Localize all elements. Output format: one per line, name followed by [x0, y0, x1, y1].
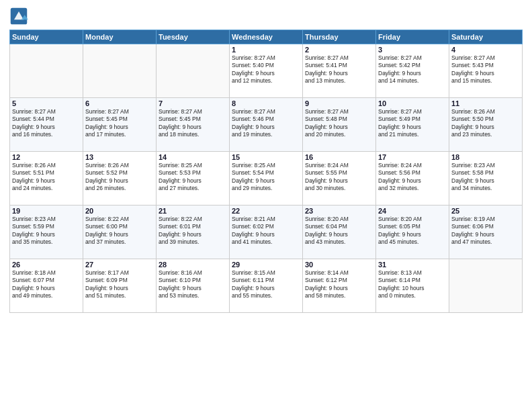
calendar-cell: 28Sunrise: 8:16 AM Sunset: 6:10 PM Dayli…	[157, 259, 230, 313]
day-number: 20	[85, 207, 154, 215]
day-number: 23	[305, 207, 373, 215]
day-info: Sunrise: 8:22 AM Sunset: 6:01 PM Dayligh…	[159, 216, 227, 246]
day-info: Sunrise: 8:27 AM Sunset: 5:48 PM Dayligh…	[305, 108, 373, 139]
col-header-tuesday: Tuesday	[157, 30, 230, 44]
day-number: 31	[378, 261, 447, 269]
day-number: 5	[12, 99, 81, 107]
calendar-cell: 27Sunrise: 8:17 AM Sunset: 6:09 PM Dayli…	[83, 259, 157, 313]
calendar-week-4: 26Sunrise: 8:18 AM Sunset: 6:07 PM Dayli…	[10, 259, 523, 313]
calendar-cell: 8Sunrise: 8:27 AM Sunset: 5:46 PM Daylig…	[230, 98, 303, 152]
header	[9, 7, 523, 26]
calendar-cell: 10Sunrise: 8:27 AM Sunset: 5:49 PM Dayli…	[376, 98, 449, 152]
day-number: 18	[451, 153, 520, 161]
calendar-cell: 13Sunrise: 8:26 AM Sunset: 5:52 PM Dayli…	[83, 152, 157, 205]
day-number: 26	[12, 261, 81, 269]
calendar-cell	[83, 44, 157, 98]
day-number: 25	[451, 207, 520, 215]
day-info: Sunrise: 8:13 AM Sunset: 6:14 PM Dayligh…	[378, 269, 447, 300]
calendar-cell: 15Sunrise: 8:25 AM Sunset: 5:54 PM Dayli…	[230, 152, 303, 205]
calendar-cell: 22Sunrise: 8:21 AM Sunset: 6:02 PM Dayli…	[230, 205, 303, 259]
col-header-friday: Friday	[376, 30, 449, 44]
day-number: 19	[12, 207, 81, 215]
day-info: Sunrise: 8:15 AM Sunset: 6:11 PM Dayligh…	[232, 269, 300, 300]
day-number: 21	[159, 207, 227, 215]
day-number: 6	[85, 99, 154, 107]
day-number: 28	[159, 261, 227, 269]
calendar-cell: 2Sunrise: 8:27 AM Sunset: 5:41 PM Daylig…	[303, 44, 376, 98]
day-info: Sunrise: 8:23 AM Sunset: 5:59 PM Dayligh…	[12, 216, 81, 246]
calendar-cell	[449, 259, 523, 313]
day-number: 15	[232, 153, 300, 161]
calendar-cell: 25Sunrise: 8:19 AM Sunset: 6:06 PM Dayli…	[449, 205, 523, 259]
day-info: Sunrise: 8:21 AM Sunset: 6:02 PM Dayligh…	[232, 216, 300, 246]
calendar-cell: 23Sunrise: 8:20 AM Sunset: 6:04 PM Dayli…	[303, 205, 376, 259]
day-number: 12	[12, 153, 81, 161]
day-info: Sunrise: 8:27 AM Sunset: 5:40 PM Dayligh…	[232, 54, 300, 85]
day-number: 3	[378, 46, 447, 54]
calendar-cell: 19Sunrise: 8:23 AM Sunset: 5:59 PM Dayli…	[10, 205, 83, 259]
day-info: Sunrise: 8:23 AM Sunset: 5:58 PM Dayligh…	[451, 162, 520, 193]
day-number: 4	[451, 46, 520, 54]
day-info: Sunrise: 8:27 AM Sunset: 5:46 PM Dayligh…	[232, 108, 300, 139]
day-info: Sunrise: 8:27 AM Sunset: 5:42 PM Dayligh…	[378, 54, 447, 85]
day-info: Sunrise: 8:27 AM Sunset: 5:41 PM Dayligh…	[305, 54, 373, 85]
day-number: 22	[232, 207, 300, 215]
calendar-cell: 1Sunrise: 8:27 AM Sunset: 5:40 PM Daylig…	[230, 44, 303, 98]
page: SundayMondayTuesdayWednesdayThursdayFrid…	[0, 0, 532, 411]
calendar-week-2: 12Sunrise: 8:26 AM Sunset: 5:51 PM Dayli…	[10, 152, 523, 205]
day-info: Sunrise: 8:18 AM Sunset: 6:07 PM Dayligh…	[12, 269, 81, 300]
calendar-cell: 30Sunrise: 8:14 AM Sunset: 6:12 PM Dayli…	[303, 259, 376, 313]
day-number: 2	[305, 46, 373, 54]
day-number: 10	[378, 99, 447, 107]
day-number: 7	[159, 99, 227, 107]
calendar-week-0: 1Sunrise: 8:27 AM Sunset: 5:40 PM Daylig…	[10, 44, 523, 98]
calendar-cell: 5Sunrise: 8:27 AM Sunset: 5:44 PM Daylig…	[10, 98, 83, 152]
day-info: Sunrise: 8:27 AM Sunset: 5:44 PM Dayligh…	[12, 108, 81, 139]
col-header-thursday: Thursday	[303, 30, 376, 44]
day-info: Sunrise: 8:22 AM Sunset: 6:00 PM Dayligh…	[85, 216, 154, 246]
day-info: Sunrise: 8:25 AM Sunset: 5:54 PM Dayligh…	[232, 162, 300, 193]
day-number: 17	[378, 153, 447, 161]
calendar-cell: 11Sunrise: 8:26 AM Sunset: 5:50 PM Dayli…	[449, 98, 523, 152]
calendar-cell: 29Sunrise: 8:15 AM Sunset: 6:11 PM Dayli…	[230, 259, 303, 313]
calendar-cell: 17Sunrise: 8:24 AM Sunset: 5:56 PM Dayli…	[376, 152, 449, 205]
day-info: Sunrise: 8:17 AM Sunset: 6:09 PM Dayligh…	[85, 269, 154, 300]
day-number: 8	[232, 99, 300, 107]
day-info: Sunrise: 8:26 AM Sunset: 5:50 PM Dayligh…	[451, 108, 520, 139]
col-header-monday: Monday	[83, 30, 157, 44]
calendar-cell: 18Sunrise: 8:23 AM Sunset: 5:58 PM Dayli…	[449, 152, 523, 205]
calendar-week-1: 5Sunrise: 8:27 AM Sunset: 5:44 PM Daylig…	[10, 98, 523, 152]
calendar-week-3: 19Sunrise: 8:23 AM Sunset: 5:59 PM Dayli…	[10, 205, 523, 259]
day-number: 9	[305, 99, 373, 107]
day-info: Sunrise: 8:27 AM Sunset: 5:49 PM Dayligh…	[378, 108, 447, 139]
calendar-cell: 4Sunrise: 8:27 AM Sunset: 5:43 PM Daylig…	[449, 44, 523, 98]
logo-icon	[9, 7, 28, 26]
day-info: Sunrise: 8:24 AM Sunset: 5:56 PM Dayligh…	[378, 162, 447, 193]
calendar-cell: 24Sunrise: 8:20 AM Sunset: 6:05 PM Dayli…	[376, 205, 449, 259]
calendar-cell: 31Sunrise: 8:13 AM Sunset: 6:14 PM Dayli…	[376, 259, 449, 313]
day-info: Sunrise: 8:26 AM Sunset: 5:52 PM Dayligh…	[85, 162, 154, 193]
calendar-table: SundayMondayTuesdayWednesdayThursdayFrid…	[9, 30, 523, 313]
calendar-cell: 14Sunrise: 8:25 AM Sunset: 5:53 PM Dayli…	[157, 152, 230, 205]
col-header-sunday: Sunday	[10, 30, 83, 44]
calendar-cell: 12Sunrise: 8:26 AM Sunset: 5:51 PM Dayli…	[10, 152, 83, 205]
day-number: 13	[85, 153, 154, 161]
col-header-saturday: Saturday	[449, 30, 523, 44]
calendar-cell: 20Sunrise: 8:22 AM Sunset: 6:00 PM Dayli…	[83, 205, 157, 259]
calendar-cell	[10, 44, 83, 98]
calendar-cell: 3Sunrise: 8:27 AM Sunset: 5:42 PM Daylig…	[376, 44, 449, 98]
day-info: Sunrise: 8:26 AM Sunset: 5:51 PM Dayligh…	[12, 162, 81, 193]
calendar-cell: 9Sunrise: 8:27 AM Sunset: 5:48 PM Daylig…	[303, 98, 376, 152]
day-number: 16	[305, 153, 373, 161]
day-info: Sunrise: 8:20 AM Sunset: 6:05 PM Dayligh…	[378, 216, 447, 246]
day-number: 27	[85, 261, 154, 269]
day-info: Sunrise: 8:20 AM Sunset: 6:04 PM Dayligh…	[305, 216, 373, 246]
day-info: Sunrise: 8:19 AM Sunset: 6:06 PM Dayligh…	[451, 216, 520, 246]
calendar-header-row: SundayMondayTuesdayWednesdayThursdayFrid…	[10, 30, 523, 44]
day-number: 24	[378, 207, 447, 215]
calendar-cell: 21Sunrise: 8:22 AM Sunset: 6:01 PM Dayli…	[157, 205, 230, 259]
day-number: 29	[232, 261, 300, 269]
day-number: 1	[232, 46, 300, 54]
day-info: Sunrise: 8:14 AM Sunset: 6:12 PM Dayligh…	[305, 269, 373, 300]
day-info: Sunrise: 8:27 AM Sunset: 5:45 PM Dayligh…	[159, 108, 227, 139]
